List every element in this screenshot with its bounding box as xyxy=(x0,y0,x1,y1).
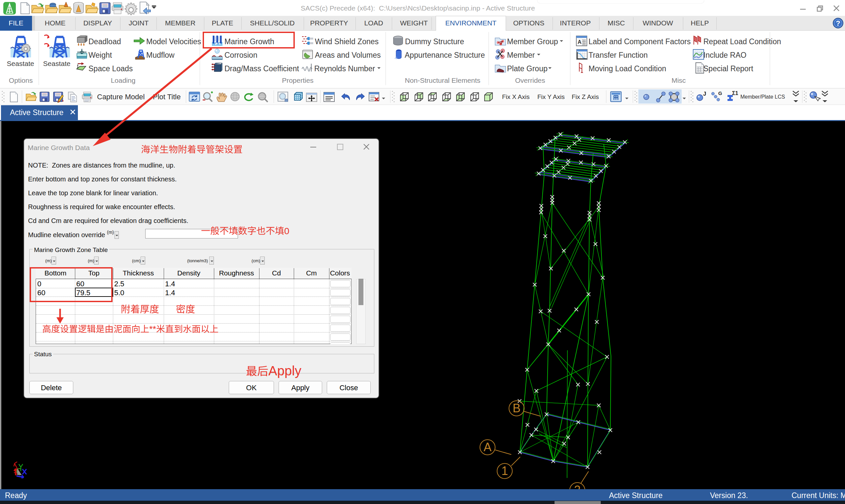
svg-text:**: ** xyxy=(149,324,156,334)
svg-text:Apply: Apply xyxy=(268,363,301,378)
svg-text:0: 0 xyxy=(284,226,289,236)
